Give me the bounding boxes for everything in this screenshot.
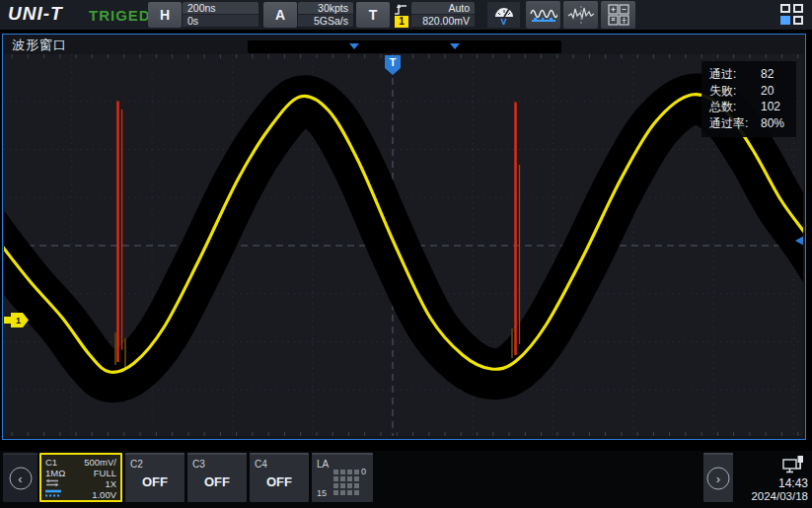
waveform-window-title: 波形窗口 (12, 36, 67, 54)
waveform-record-button[interactable] (526, 1, 560, 29)
overview-marker-right-icon[interactable] (450, 43, 460, 49)
trigger-level: 820.00mV (411, 15, 475, 27)
pass-fail-statistics: 通过:82 失败:20 总数:102 通过率:80% (701, 61, 796, 137)
math-button[interactable] (601, 1, 635, 29)
trigger-menu-button[interactable]: T (356, 2, 390, 28)
stat-pass: 通过:82 (709, 66, 788, 83)
graticule-area[interactable]: T1 通过:82 失败:20 总数:102 通过率:80% (4, 54, 803, 436)
c1-bandwidth: FULL (94, 468, 116, 478)
usb-device-connected-icon (782, 455, 804, 473)
trigger-position-marker[interactable]: T (385, 55, 401, 75)
overview-marker-left-icon[interactable] (349, 43, 359, 49)
search-button[interactable] (563, 1, 598, 29)
horizontal-info-field[interactable]: 200ns 0s (183, 2, 258, 28)
dc-coupling-icon (45, 489, 61, 497)
la-channel-matrix-icon (333, 470, 361, 497)
timebase-scale: 200ns (183, 2, 258, 15)
stat-pass-rate: 通过率:80% (709, 115, 788, 132)
svg-text:1: 1 (16, 316, 21, 326)
channel-2-tile[interactable]: C2 OFF (125, 453, 185, 502)
datetime-panel[interactable]: 14:43 2024/03/18 (735, 453, 812, 502)
horizontal-menu-button[interactable]: H (148, 2, 182, 28)
logic-analyzer-tile[interactable]: LA 0 15 (312, 453, 373, 502)
c1-scale: 500mV/ (84, 457, 116, 468)
acquire-info-field[interactable]: 30kpts 5GSa/s (298, 2, 353, 28)
c4-state: OFF (250, 474, 309, 489)
c3-state: OFF (187, 474, 247, 489)
memory-depth: 30kpts (298, 2, 353, 15)
horizontal-overview-bar[interactable] (248, 40, 561, 53)
trigger-info-field[interactable]: Auto 820.00mV (411, 2, 475, 28)
layout-square-br (793, 16, 803, 25)
channel-3-tile[interactable]: C3 OFF (187, 453, 247, 502)
chevron-right-icon: › (707, 468, 730, 490)
expand-right-button[interactable]: › (703, 453, 733, 502)
la-name: LA (317, 459, 329, 470)
c1-probe: 1X (105, 478, 116, 489)
c2-state: OFF (125, 474, 185, 489)
la-top-channel: 0 (361, 467, 366, 476)
trigger-source-indicator[interactable]: 1 (394, 2, 410, 28)
chevron-left-icon: ‹ (9, 468, 32, 490)
mask-band (4, 100, 803, 378)
dvm-button[interactable]: V (486, 1, 521, 29)
rising-edge-icon (394, 3, 408, 16)
c1-impedance: 1MΩ (45, 468, 65, 478)
waveform-window: 波形窗口 T1 通过:82 失败:20 总数:102 通过率:80% (2, 34, 806, 440)
waveform-record-icon (530, 5, 557, 25)
channel-1-tile[interactable]: C1500mV/ 1MΩFULL 1X 1.00V (39, 453, 122, 502)
stat-total: 总数:102 (709, 99, 788, 115)
math-icon (608, 4, 629, 26)
layout-square-tl (780, 4, 790, 13)
trigger-source-badge: 1 (395, 16, 408, 28)
dvm-gauge-icon (493, 4, 515, 18)
bottom-channel-bar: ‹ C1500mV/ 1MΩFULL 1X 1.00V C2 OFF C3 OF… (0, 451, 812, 508)
la-bottom-channel: 15 (317, 488, 327, 498)
svg-text:T: T (390, 56, 397, 68)
collapse-left-button[interactable]: ‹ (3, 453, 37, 502)
acquire-menu-button[interactable]: A (263, 2, 297, 28)
c3-name: C3 (192, 459, 205, 470)
sample-rate: 5GSa/s (298, 15, 353, 27)
stat-fail: 失败:20 (709, 83, 788, 100)
c4-name: C4 (255, 459, 267, 470)
invert-arrows-icon (45, 478, 59, 487)
c1-offset: 1.00V (92, 489, 116, 500)
c2-name: C2 (130, 459, 143, 470)
top-toolbar: UNI-T TRIGED H 200ns 0s A 30kpts 5GSa/s … (0, 0, 812, 30)
timebase-position: 0s (183, 15, 258, 27)
waveform-window-header: 波形窗口 (3, 35, 805, 54)
layout-square-bl-active (780, 16, 790, 25)
c1-name: C1 (45, 457, 57, 468)
channel-4-tile[interactable]: C4 OFF (250, 453, 309, 502)
search-wave-icon (567, 5, 595, 25)
layout-square-tr (793, 4, 803, 13)
clock-time: 14:43 (778, 476, 808, 490)
trigger-status: TRIGED (89, 7, 151, 24)
clock-date: 2024/03/18 (751, 490, 808, 502)
uni-t-logo: UNI-T (8, 3, 63, 25)
trigger-mode: Auto (411, 2, 475, 15)
dvm-volt-label: V (500, 18, 506, 26)
window-layout-button[interactable] (780, 4, 806, 27)
